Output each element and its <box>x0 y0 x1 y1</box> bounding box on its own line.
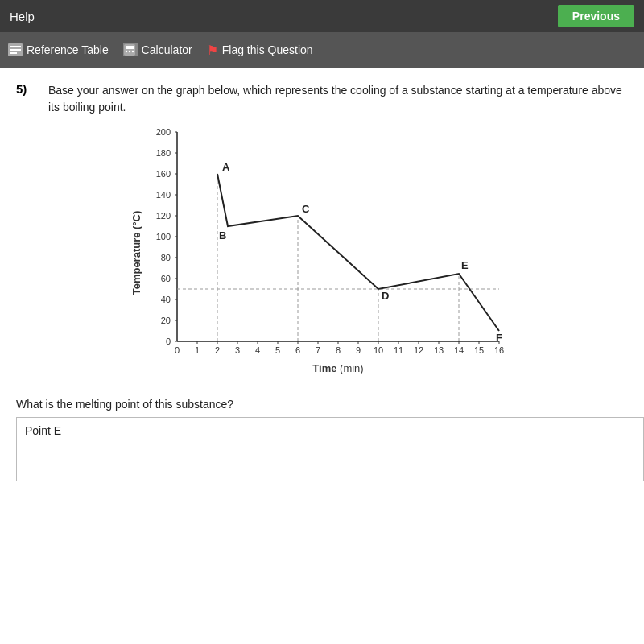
svg-text:4: 4 <box>255 345 260 355</box>
answer-input[interactable]: Point E <box>16 417 644 481</box>
svg-text:100: 100 <box>156 232 171 242</box>
previous-button[interactable]: Previous <box>558 5 634 27</box>
svg-text:E: E <box>461 259 469 271</box>
calculator-button[interactable]: Calculator <box>123 43 192 56</box>
top-bar: Help Previous <box>0 0 644 32</box>
svg-text:D: D <box>382 290 389 302</box>
help-label: Help <box>10 10 35 23</box>
svg-text:0: 0 <box>175 345 180 355</box>
flag-icon: ⚑ <box>207 43 218 58</box>
svg-text:180: 180 <box>156 148 171 158</box>
svg-text:200: 200 <box>156 127 171 137</box>
svg-rect-2 <box>10 49 21 51</box>
question-row: 5) Base your answer on the graph below, … <box>16 82 628 116</box>
svg-text:Time (min): Time (min) <box>312 362 363 374</box>
answer-label: What is the melting point of this substa… <box>16 398 628 411</box>
calculator-label: Calculator <box>142 43 192 56</box>
svg-text:A: A <box>222 161 230 173</box>
reference-table-button[interactable]: Reference Table <box>8 43 109 56</box>
svg-rect-5 <box>126 46 134 49</box>
svg-text:60: 60 <box>161 274 171 283</box>
svg-point-7 <box>129 51 130 52</box>
svg-text:5: 5 <box>275 345 280 355</box>
svg-text:0: 0 <box>166 336 171 346</box>
svg-text:9: 9 <box>356 345 361 355</box>
svg-text:160: 160 <box>156 169 171 179</box>
question-number: 5) <box>16 82 39 116</box>
svg-text:40: 40 <box>161 295 171 304</box>
reference-table-label: Reference Table <box>27 43 109 56</box>
chart-svg: 0 20 40 60 80 100 120 140 160 180 200 T <box>129 124 515 390</box>
question-text: Base your answer on the graph below, whi… <box>48 82 628 116</box>
svg-rect-1 <box>10 46 21 47</box>
svg-text:1: 1 <box>195 345 200 355</box>
svg-point-6 <box>126 51 127 52</box>
svg-text:B: B <box>219 229 226 242</box>
svg-rect-3 <box>10 52 17 54</box>
calculator-icon <box>123 43 138 56</box>
svg-text:20: 20 <box>161 316 171 325</box>
svg-text:140: 140 <box>156 190 171 200</box>
svg-text:120: 120 <box>156 211 171 221</box>
svg-text:3: 3 <box>235 345 240 355</box>
svg-text:11: 11 <box>394 345 403 355</box>
svg-text:8: 8 <box>336 345 341 355</box>
flag-question-button[interactable]: ⚑ Flag this Question <box>207 43 313 58</box>
svg-point-8 <box>132 51 134 52</box>
svg-text:13: 13 <box>434 345 444 355</box>
svg-text:15: 15 <box>474 345 484 355</box>
flag-question-label: Flag this Question <box>222 43 313 56</box>
svg-text:16: 16 <box>494 345 504 355</box>
reference-table-icon <box>8 43 23 56</box>
toolbar: Reference Table Calculator ⚑ Flag this Q… <box>0 32 644 68</box>
svg-text:12: 12 <box>414 345 423 355</box>
svg-text:6: 6 <box>295 345 300 355</box>
main-content: 5) Base your answer on the graph below, … <box>0 68 644 644</box>
svg-text:80: 80 <box>161 253 171 262</box>
chart-container: 0 20 40 60 80 100 120 140 160 180 200 T <box>16 124 628 390</box>
svg-text:Temperature (°C): Temperature (°C) <box>130 211 142 295</box>
svg-text:C: C <box>302 203 310 215</box>
svg-text:7: 7 <box>316 345 320 355</box>
svg-text:14: 14 <box>454 345 464 355</box>
svg-text:10: 10 <box>374 345 383 355</box>
svg-text:2: 2 <box>215 345 220 355</box>
svg-text:F: F <box>496 332 502 344</box>
